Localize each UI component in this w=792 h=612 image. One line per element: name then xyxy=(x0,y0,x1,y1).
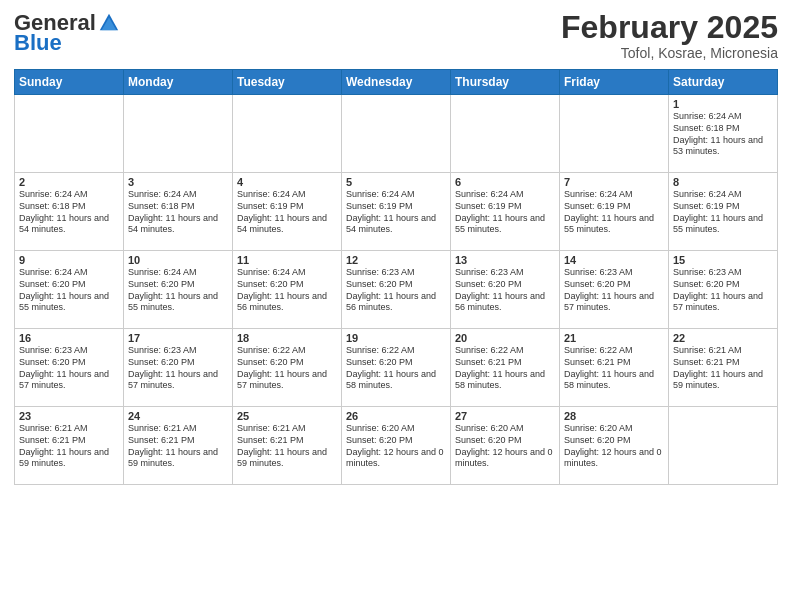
day-of-week-header: Wednesday xyxy=(342,70,451,95)
day-of-week-header: Sunday xyxy=(15,70,124,95)
day-info: Sunrise: 6:24 AM Sunset: 6:18 PM Dayligh… xyxy=(128,189,228,236)
day-of-week-header: Friday xyxy=(560,70,669,95)
day-info: Sunrise: 6:23 AM Sunset: 6:20 PM Dayligh… xyxy=(673,267,773,314)
logo-icon xyxy=(98,12,120,34)
calendar-day-cell: 13Sunrise: 6:23 AM Sunset: 6:20 PM Dayli… xyxy=(451,251,560,329)
day-number: 4 xyxy=(237,176,337,188)
calendar-day-cell: 14Sunrise: 6:23 AM Sunset: 6:20 PM Dayli… xyxy=(560,251,669,329)
day-info: Sunrise: 6:21 AM Sunset: 6:21 PM Dayligh… xyxy=(19,423,119,470)
logo: General Blue xyxy=(14,10,120,56)
day-number: 14 xyxy=(564,254,664,266)
day-number: 6 xyxy=(455,176,555,188)
calendar-day-cell: 25Sunrise: 6:21 AM Sunset: 6:21 PM Dayli… xyxy=(233,407,342,485)
day-info: Sunrise: 6:20 AM Sunset: 6:20 PM Dayligh… xyxy=(564,423,664,470)
day-number: 1 xyxy=(673,98,773,110)
calendar-day-cell: 3Sunrise: 6:24 AM Sunset: 6:18 PM Daylig… xyxy=(124,173,233,251)
day-number: 9 xyxy=(19,254,119,266)
day-number: 3 xyxy=(128,176,228,188)
day-info: Sunrise: 6:23 AM Sunset: 6:20 PM Dayligh… xyxy=(19,345,119,392)
day-of-week-header: Saturday xyxy=(669,70,778,95)
day-number: 18 xyxy=(237,332,337,344)
day-of-week-header: Thursday xyxy=(451,70,560,95)
day-number: 11 xyxy=(237,254,337,266)
calendar-day-cell: 22Sunrise: 6:21 AM Sunset: 6:21 PM Dayli… xyxy=(669,329,778,407)
day-info: Sunrise: 6:21 AM Sunset: 6:21 PM Dayligh… xyxy=(128,423,228,470)
day-number: 8 xyxy=(673,176,773,188)
calendar-day-cell xyxy=(233,95,342,173)
day-info: Sunrise: 6:24 AM Sunset: 6:18 PM Dayligh… xyxy=(673,111,773,158)
calendar-day-cell: 27Sunrise: 6:20 AM Sunset: 6:20 PM Dayli… xyxy=(451,407,560,485)
calendar-day-cell: 28Sunrise: 6:20 AM Sunset: 6:20 PM Dayli… xyxy=(560,407,669,485)
calendar-week-row: 23Sunrise: 6:21 AM Sunset: 6:21 PM Dayli… xyxy=(15,407,778,485)
day-number: 5 xyxy=(346,176,446,188)
calendar-day-cell xyxy=(669,407,778,485)
calendar-day-cell xyxy=(124,95,233,173)
day-info: Sunrise: 6:24 AM Sunset: 6:19 PM Dayligh… xyxy=(237,189,337,236)
calendar-day-cell: 6Sunrise: 6:24 AM Sunset: 6:19 PM Daylig… xyxy=(451,173,560,251)
day-number: 13 xyxy=(455,254,555,266)
day-info: Sunrise: 6:24 AM Sunset: 6:19 PM Dayligh… xyxy=(564,189,664,236)
day-number: 19 xyxy=(346,332,446,344)
calendar-day-cell: 10Sunrise: 6:24 AM Sunset: 6:20 PM Dayli… xyxy=(124,251,233,329)
calendar-day-cell: 8Sunrise: 6:24 AM Sunset: 6:19 PM Daylig… xyxy=(669,173,778,251)
calendar-day-cell: 2Sunrise: 6:24 AM Sunset: 6:18 PM Daylig… xyxy=(15,173,124,251)
calendar-day-cell xyxy=(342,95,451,173)
calendar-day-cell: 15Sunrise: 6:23 AM Sunset: 6:20 PM Dayli… xyxy=(669,251,778,329)
day-number: 15 xyxy=(673,254,773,266)
calendar-day-cell xyxy=(560,95,669,173)
day-info: Sunrise: 6:24 AM Sunset: 6:19 PM Dayligh… xyxy=(455,189,555,236)
day-number: 21 xyxy=(564,332,664,344)
day-of-week-header: Monday xyxy=(124,70,233,95)
day-info: Sunrise: 6:22 AM Sunset: 6:21 PM Dayligh… xyxy=(564,345,664,392)
day-of-week-header: Tuesday xyxy=(233,70,342,95)
calendar-day-cell: 4Sunrise: 6:24 AM Sunset: 6:19 PM Daylig… xyxy=(233,173,342,251)
day-number: 16 xyxy=(19,332,119,344)
calendar-table: SundayMondayTuesdayWednesdayThursdayFrid… xyxy=(14,69,778,485)
header: General Blue February 2025 Tofol, Kosrae… xyxy=(14,10,778,61)
title-block: February 2025 Tofol, Kosrae, Micronesia xyxy=(561,10,778,61)
day-info: Sunrise: 6:22 AM Sunset: 6:20 PM Dayligh… xyxy=(346,345,446,392)
calendar-day-cell xyxy=(15,95,124,173)
day-info: Sunrise: 6:23 AM Sunset: 6:20 PM Dayligh… xyxy=(455,267,555,314)
day-info: Sunrise: 6:22 AM Sunset: 6:21 PM Dayligh… xyxy=(455,345,555,392)
calendar-day-cell: 12Sunrise: 6:23 AM Sunset: 6:20 PM Dayli… xyxy=(342,251,451,329)
day-number: 7 xyxy=(564,176,664,188)
day-info: Sunrise: 6:24 AM Sunset: 6:20 PM Dayligh… xyxy=(237,267,337,314)
day-number: 24 xyxy=(128,410,228,422)
calendar-day-cell: 20Sunrise: 6:22 AM Sunset: 6:21 PM Dayli… xyxy=(451,329,560,407)
day-number: 17 xyxy=(128,332,228,344)
day-info: Sunrise: 6:21 AM Sunset: 6:21 PM Dayligh… xyxy=(673,345,773,392)
calendar-header-row: SundayMondayTuesdayWednesdayThursdayFrid… xyxy=(15,70,778,95)
day-number: 23 xyxy=(19,410,119,422)
day-number: 2 xyxy=(19,176,119,188)
calendar-day-cell: 18Sunrise: 6:22 AM Sunset: 6:20 PM Dayli… xyxy=(233,329,342,407)
calendar-day-cell: 11Sunrise: 6:24 AM Sunset: 6:20 PM Dayli… xyxy=(233,251,342,329)
day-info: Sunrise: 6:24 AM Sunset: 6:19 PM Dayligh… xyxy=(673,189,773,236)
page-container: General Blue February 2025 Tofol, Kosrae… xyxy=(0,0,792,491)
day-info: Sunrise: 6:23 AM Sunset: 6:20 PM Dayligh… xyxy=(564,267,664,314)
calendar-day-cell: 9Sunrise: 6:24 AM Sunset: 6:20 PM Daylig… xyxy=(15,251,124,329)
logo-blue-text: Blue xyxy=(14,30,62,56)
day-info: Sunrise: 6:23 AM Sunset: 6:20 PM Dayligh… xyxy=(346,267,446,314)
calendar-day-cell: 16Sunrise: 6:23 AM Sunset: 6:20 PM Dayli… xyxy=(15,329,124,407)
day-info: Sunrise: 6:20 AM Sunset: 6:20 PM Dayligh… xyxy=(346,423,446,470)
day-number: 20 xyxy=(455,332,555,344)
day-number: 26 xyxy=(346,410,446,422)
day-info: Sunrise: 6:23 AM Sunset: 6:20 PM Dayligh… xyxy=(128,345,228,392)
calendar-day-cell: 21Sunrise: 6:22 AM Sunset: 6:21 PM Dayli… xyxy=(560,329,669,407)
location: Tofol, Kosrae, Micronesia xyxy=(561,45,778,61)
calendar-day-cell: 5Sunrise: 6:24 AM Sunset: 6:19 PM Daylig… xyxy=(342,173,451,251)
day-number: 25 xyxy=(237,410,337,422)
calendar-week-row: 2Sunrise: 6:24 AM Sunset: 6:18 PM Daylig… xyxy=(15,173,778,251)
day-info: Sunrise: 6:21 AM Sunset: 6:21 PM Dayligh… xyxy=(237,423,337,470)
day-info: Sunrise: 6:24 AM Sunset: 6:19 PM Dayligh… xyxy=(346,189,446,236)
day-info: Sunrise: 6:24 AM Sunset: 6:18 PM Dayligh… xyxy=(19,189,119,236)
day-info: Sunrise: 6:20 AM Sunset: 6:20 PM Dayligh… xyxy=(455,423,555,470)
month-title: February 2025 xyxy=(561,10,778,45)
calendar-day-cell: 7Sunrise: 6:24 AM Sunset: 6:19 PM Daylig… xyxy=(560,173,669,251)
calendar-week-row: 1Sunrise: 6:24 AM Sunset: 6:18 PM Daylig… xyxy=(15,95,778,173)
day-number: 27 xyxy=(455,410,555,422)
calendar-week-row: 16Sunrise: 6:23 AM Sunset: 6:20 PM Dayli… xyxy=(15,329,778,407)
day-number: 12 xyxy=(346,254,446,266)
day-number: 10 xyxy=(128,254,228,266)
